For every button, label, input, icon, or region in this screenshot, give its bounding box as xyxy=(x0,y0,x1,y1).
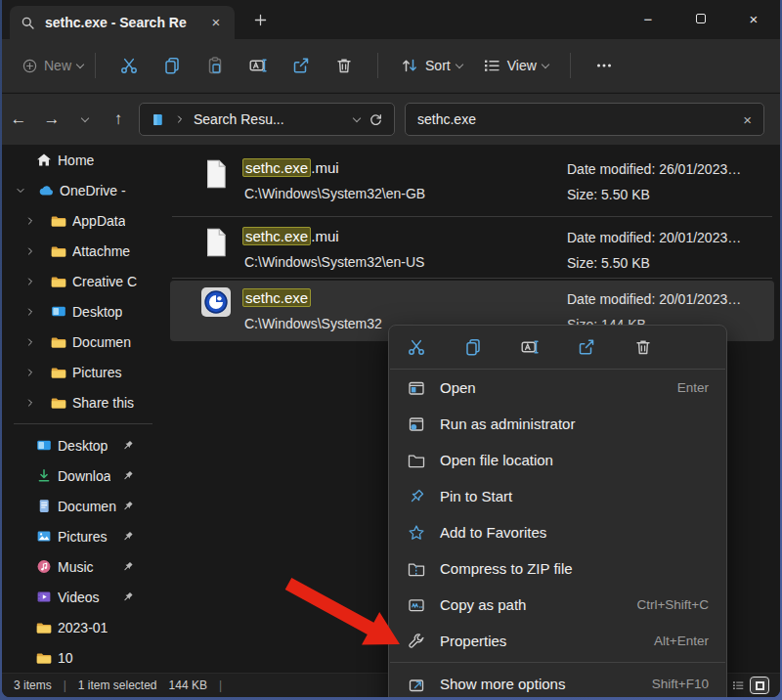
cut-button[interactable] xyxy=(108,48,151,83)
breadcrumb[interactable]: Search Resu... xyxy=(194,111,346,127)
toolbar-divider xyxy=(95,53,96,78)
chevron-right-icon[interactable] xyxy=(20,245,41,257)
videos-icon xyxy=(34,589,54,605)
details-view-button[interactable] xyxy=(729,678,747,693)
back-button[interactable]: ← xyxy=(2,103,35,136)
tab-title: sethc.exe - Search Re xyxy=(45,15,198,30)
sidebar-item-downloads-pinned[interactable]: Downloa xyxy=(2,460,166,491)
see-more-button[interactable] xyxy=(583,48,626,83)
sort-button[interactable]: Sort xyxy=(390,56,472,75)
search-match-highlight: sethc.exe xyxy=(242,288,311,307)
folder-icon xyxy=(34,619,54,635)
maximize-button[interactable] xyxy=(674,0,727,37)
menu-item-show-more-options[interactable]: Show more options Shift+F10 xyxy=(389,666,726,697)
desktop-icon xyxy=(34,437,54,454)
file-row-sethc-mui-engb[interactable]: sethc.exe.mui C:\Windows\System32\en-GB … xyxy=(170,151,774,211)
sidebar-item-label: Documen xyxy=(58,499,116,514)
menu-item-add-to-favorites[interactable]: Add to Favorites xyxy=(389,514,726,550)
menu-item-pin-to-start[interactable]: Pin to Start xyxy=(389,478,726,514)
sethc-app-icon xyxy=(201,287,231,317)
recent-locations-button[interactable] xyxy=(68,103,102,136)
delete-button[interactable] xyxy=(323,48,366,83)
sidebar-item-pictures-pinned[interactable]: Pictures xyxy=(2,521,166,551)
folder-icon xyxy=(49,273,68,289)
menu-item-run-as-administrator[interactable]: Run as administrator xyxy=(389,406,726,442)
command-bar: New Sort View xyxy=(2,39,780,93)
folder-icon xyxy=(49,212,68,229)
sidebar-item-creative-cloud[interactable]: Creative C xyxy=(2,266,166,296)
paste-button[interactable] xyxy=(194,48,237,83)
copy-button[interactable] xyxy=(151,48,194,83)
folder-icon xyxy=(34,649,54,666)
delete-button[interactable] xyxy=(624,331,662,363)
context-menu: Open Enter Run as administrator Open fil… xyxy=(388,325,727,697)
view-toggles xyxy=(729,678,768,693)
view-icon xyxy=(482,56,501,75)
menu-item-label: Properties xyxy=(440,633,506,649)
close-button[interactable]: × xyxy=(727,0,780,37)
tab-close-button[interactable]: × xyxy=(207,14,225,31)
sidebar-item-pictures-onedrive[interactable]: Pictures xyxy=(2,357,166,387)
clear-search-icon[interactable]: × xyxy=(743,111,752,128)
search-input[interactable]: sethc.exe xyxy=(417,111,743,127)
address-bar[interactable]: Search Resu... xyxy=(139,103,395,136)
sidebar-item-documents-pinned[interactable]: Documen xyxy=(2,491,166,521)
chevron-down-icon xyxy=(76,60,84,67)
sidebar-item-attachments[interactable]: Attachme xyxy=(2,236,166,266)
sidebar-item-partial-folder[interactable]: 10 xyxy=(2,642,166,673)
pin-icon xyxy=(121,498,135,514)
minimize-button[interactable]: − xyxy=(622,0,674,37)
address-dropdown-icon[interactable] xyxy=(353,113,361,121)
chevron-down-icon xyxy=(542,60,549,67)
chevron-right-icon[interactable] xyxy=(20,276,41,287)
explorer-tab[interactable]: sethc.exe - Search Re × xyxy=(10,6,235,39)
menu-item-properties[interactable]: Properties Alt+Enter xyxy=(389,623,726,659)
chevron-right-icon[interactable] xyxy=(20,336,41,348)
share-button[interactable] xyxy=(567,331,605,363)
chevron-down-icon[interactable] xyxy=(10,185,31,197)
show-more-options-icon xyxy=(407,675,426,694)
cut-button[interactable] xyxy=(397,331,435,363)
sidebar-item-documents-onedrive[interactable]: Documen xyxy=(2,327,166,357)
sidebar-item-videos-pinned[interactable]: Videos xyxy=(2,582,166,612)
search-box[interactable]: sethc.exe × xyxy=(405,103,764,136)
copy-button[interactable] xyxy=(454,331,492,363)
file-row-sethc-mui-enus[interactable]: sethc.exe.mui C:\Windows\System32\en-US … xyxy=(170,219,774,280)
chevron-right-icon[interactable] xyxy=(20,215,41,227)
chevron-right-icon[interactable] xyxy=(20,367,41,378)
up-button[interactable]: ↑ xyxy=(102,103,135,136)
large-icons-view-button[interactable] xyxy=(751,678,768,693)
menu-item-open[interactable]: Open Enter xyxy=(389,370,726,406)
sidebar-item-appdata[interactable]: AppData xyxy=(2,205,166,236)
sidebar-item-desktop-pinned[interactable]: Desktop xyxy=(2,430,166,460)
pin-icon xyxy=(121,558,135,575)
forward-button[interactable]: → xyxy=(35,103,68,136)
sidebar-item-label: AppData xyxy=(72,213,125,229)
large-icons-view-icon xyxy=(756,681,764,690)
view-button[interactable]: View xyxy=(472,56,558,75)
rename-button[interactable] xyxy=(510,331,548,363)
sidebar-item-share-this[interactable]: Share this xyxy=(2,387,166,417)
sidebar-item-desktop-onedrive[interactable]: Desktop xyxy=(2,296,166,327)
status-divider: | xyxy=(64,678,66,692)
menu-item-copy-as-path[interactable]: Copy as path Ctrl+Shift+C xyxy=(389,587,726,623)
onedrive-cloud-icon xyxy=(36,182,56,198)
sidebar-item-music-pinned[interactable]: Music xyxy=(2,551,166,582)
rename-button[interactable] xyxy=(237,48,280,83)
new-tab-button[interactable] xyxy=(252,12,269,28)
sidebar-item-2023-01[interactable]: 2023-01 xyxy=(2,612,166,642)
sidebar-item-home[interactable]: Home xyxy=(2,145,166,175)
sidebar-item-label: Pictures xyxy=(58,529,108,545)
folder-icon xyxy=(49,364,68,380)
sidebar-item-label: Downloa xyxy=(58,468,110,484)
share-button[interactable] xyxy=(280,48,323,83)
menu-item-open-file-location[interactable]: Open file location xyxy=(389,442,726,478)
chevron-right-icon[interactable] xyxy=(20,306,41,318)
pin-icon xyxy=(121,467,135,484)
new-button[interactable]: New xyxy=(22,58,83,74)
refresh-button[interactable] xyxy=(368,111,384,128)
sort-icon xyxy=(400,56,419,75)
chevron-right-icon[interactable] xyxy=(20,397,41,409)
sidebar-item-onedrive[interactable]: OneDrive - xyxy=(2,175,166,205)
menu-item-compress-to-zip[interactable]: Compress to ZIP file xyxy=(389,550,726,587)
